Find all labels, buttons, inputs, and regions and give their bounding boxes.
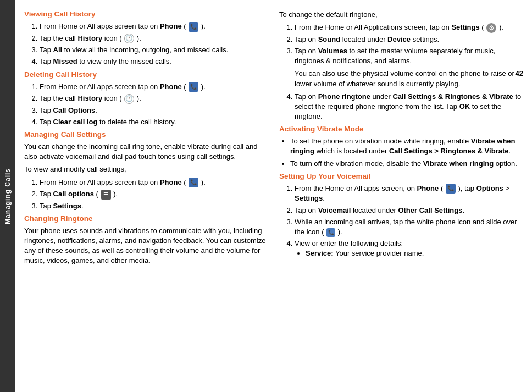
bold-text: Settings <box>295 194 323 202</box>
bold-text: Service: <box>306 249 334 257</box>
list-item: Tap on Volumes to set the master volume … <box>295 46 523 89</box>
list-item: While an incoming call arrives, tap the … <box>295 217 523 237</box>
managing-list: From Home or All apps screen tap on Phon… <box>24 178 268 211</box>
list-item: Tap Missed to view only the missed calls… <box>40 57 268 67</box>
managing-sub-intro: To view and modify call settings, <box>24 164 268 174</box>
list-item: Tap Call options ( ). <box>40 189 268 200</box>
vibrate-list: To set the phone on vibration mode while… <box>279 136 523 169</box>
bold-text: Voicemail <box>318 206 351 214</box>
ringtone-list: From the Home or All Applications screen… <box>279 23 523 122</box>
section-title-managing: Managing Call Settings <box>24 130 268 139</box>
bold-text: Sound <box>318 35 340 43</box>
phone-small-icon <box>326 228 335 237</box>
bold-text: Other Call Settings <box>398 206 462 214</box>
bold-text: Phone <box>160 22 182 30</box>
gear-icon <box>486 23 496 33</box>
viewing-list: From Home or All apps screen tap on Phon… <box>24 21 268 67</box>
list-item: Tap Settings. <box>40 201 268 211</box>
phone-icon <box>189 22 198 32</box>
clock-icon <box>124 34 134 43</box>
section-vibrate-mode: Activating Vibrate Mode To set the phone… <box>279 125 523 172</box>
section-title-viewing: Viewing Call History <box>24 10 268 18</box>
sub-list-item: Service: Your service provider name. <box>306 249 523 258</box>
menu-icon <box>101 190 111 200</box>
extra-paragraph: You can also use the physical volume con… <box>295 69 523 89</box>
section-title-deleting: Deleting Call History <box>24 70 268 79</box>
list-item: Tap Call Options. <box>40 106 268 115</box>
list-item: Tap on Phone ringtone under Call Setting… <box>295 92 523 122</box>
ringtone-change-intro: To change the default ringtone, <box>279 10 523 20</box>
bold-text: History <box>77 94 102 102</box>
bold-text: Phone ringtone <box>318 92 370 101</box>
phone-icon <box>189 82 198 92</box>
section-title-vibrate: Activating Vibrate Mode <box>279 125 523 133</box>
bold-text: Vibrate when ringing <box>423 159 494 168</box>
bold-text: All <box>53 46 63 54</box>
section-title-voicemail: Setting Up Your Voicemail <box>279 172 523 180</box>
bold-text: Options <box>476 184 503 192</box>
voicemail-list: From the Home or All apps screen, on Pho… <box>279 184 523 259</box>
list-item: Tap on Sound located under Device settin… <box>295 35 523 45</box>
list-item: To turn off the vibration mode, disable … <box>290 159 523 169</box>
managing-intro: You can change the incoming call ring to… <box>24 142 268 162</box>
list-item: Tap All to view all the incoming, outgoi… <box>40 45 268 55</box>
section-default-ringtone: To change the default ringtone, From the… <box>279 10 523 125</box>
main-content: Viewing Call History From Home or All ap… <box>15 0 532 392</box>
section-voicemail: Setting Up Your Voicemail From the Home … <box>279 172 523 262</box>
phone-icon <box>189 178 198 187</box>
section-viewing-call-history: Viewing Call History From Home or All ap… <box>24 10 268 70</box>
list-item: From Home or All apps screen tap on Phon… <box>40 21 268 32</box>
bold-text: Phone <box>417 184 439 192</box>
right-column: 42 To change the default ringtone, From … <box>279 10 523 387</box>
bold-text: Call Settings > Ringtones & Vibrate <box>389 147 509 155</box>
bold-text: Phone <box>160 82 182 91</box>
phone-icon <box>446 184 456 194</box>
list-item: From Home or All apps screen tap on Phon… <box>40 178 268 188</box>
left-column: Viewing Call History From Home or All ap… <box>24 10 268 387</box>
list-item: Tap the call History icon ( ). <box>40 93 268 104</box>
bold-text: Settings <box>53 202 81 210</box>
section-deleting-call-history: Deleting Call History From Home or All a… <box>24 70 268 131</box>
section-title-ringtone: Changing Ringtone <box>24 214 268 223</box>
clock-icon <box>124 94 134 104</box>
bold-text: Volumes <box>318 47 347 55</box>
sidebar: Managing Calls <box>0 0 15 392</box>
bold-text: Settings <box>451 23 479 31</box>
bold-text: Call Options <box>53 106 96 114</box>
list-item: From the Home or All apps screen, on Pho… <box>295 184 523 204</box>
list-item: Tap the call History icon ( ). <box>40 34 268 44</box>
deleting-list: From Home or All apps screen tap on Phon… <box>24 82 268 128</box>
list-item: Tap Clear call log to delete the call hi… <box>40 117 268 127</box>
list-item: View or enter the following details: Ser… <box>295 239 523 258</box>
ringtone-text: Your phone uses sounds and vibrations to… <box>24 226 268 266</box>
bold-text: OK <box>459 102 470 111</box>
bold-text: History <box>77 34 102 42</box>
section-changing-ringtone: Changing Ringtone Your phone uses sounds… <box>24 214 268 269</box>
bold-text: Missed <box>53 57 77 65</box>
bold-text: Call Settings & Ringtones & Vibrate <box>392 92 513 101</box>
bold-text: Call options <box>53 190 94 198</box>
list-item: Tap on Voicemail located under Other Cal… <box>295 206 523 216</box>
sidebar-label: Managing Calls <box>4 168 12 224</box>
sub-list: Service: Your service provider name. <box>295 249 523 258</box>
list-item: From the Home or All Applications screen… <box>295 23 523 33</box>
list-item: From Home or All apps screen tap on Phon… <box>40 82 268 92</box>
section-managing-call-settings: Managing Call Settings You can change th… <box>24 130 268 214</box>
bold-text: Device <box>387 35 411 43</box>
page-number: 42 <box>516 69 523 78</box>
bold-text: Phone <box>160 178 182 186</box>
bold-text: Clear call log <box>53 118 98 126</box>
list-item: To set the phone on vibration mode while… <box>290 136 523 156</box>
